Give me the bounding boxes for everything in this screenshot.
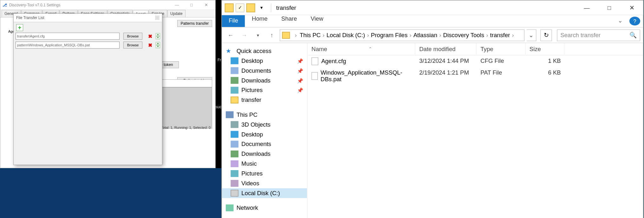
behind-text-suc: suc	[216, 105, 222, 109]
breadcrumb[interactable]: This PC	[300, 32, 321, 39]
nav-item-documents[interactable]: Documents📌	[222, 66, 307, 76]
popup-close-thumb[interactable]	[155, 16, 159, 20]
move-down-icon[interactable]: ▼	[156, 36, 160, 39]
breadcrumb-sep-icon[interactable]: ›	[293, 32, 299, 39]
delete-row-icon[interactable]: ✖	[147, 42, 153, 48]
breadcrumb[interactable]: transfer	[490, 32, 510, 39]
obj-icon	[231, 121, 238, 128]
move-up-icon[interactable]: ▲	[156, 33, 160, 36]
ribbon-tab-view[interactable]: View	[304, 13, 330, 24]
file-date: 2/19/2024 1:21 PM	[415, 68, 477, 84]
breadcrumb-sep-icon[interactable]: ›	[510, 32, 516, 39]
transfer-path-input[interactable]	[16, 42, 120, 49]
breadcrumb[interactable]: Program Files	[371, 32, 407, 39]
nav-item-3d-objects[interactable]: 3D Objects	[222, 120, 307, 129]
file-type: PAT File	[477, 68, 525, 84]
reorder-arrows: ▲▼	[156, 33, 160, 39]
qat-dropdown-icon[interactable]: ▾	[257, 3, 266, 12]
browse-button[interactable]: Browse	[123, 42, 142, 49]
breadcrumb-sep-icon[interactable]: ›	[484, 32, 490, 39]
browse-button[interactable]: Browse	[123, 33, 142, 40]
close-button[interactable]: ✕	[199, 1, 213, 10]
nav-item-local-disk-c-[interactable]: Local Disk (C:)	[222, 188, 307, 198]
file-row[interactable]: Agent.cfg3/12/2024 1:44 PMCFG File1 KB	[308, 56, 643, 67]
nav-item-downloads[interactable]: Downloads📌	[222, 76, 307, 85]
tab-update[interactable]: Update	[167, 10, 185, 17]
file-icon	[311, 72, 318, 80]
breadcrumb[interactable]: Discovery Tools	[443, 32, 484, 39]
nav-item-desktop[interactable]: Desktop	[222, 129, 307, 139]
nav-forward-button[interactable]: →	[238, 29, 250, 41]
add-row-button[interactable]: +	[16, 24, 23, 31]
nav-back-button[interactable]: ←	[225, 29, 237, 41]
file-list[interactable]: Name⌃ Date modified Type Size Agent.cfg3…	[308, 43, 643, 218]
nav-network[interactable]: Network	[222, 203, 307, 213]
refresh-button[interactable]: ↻	[540, 29, 552, 41]
col-size[interactable]: Size	[525, 43, 565, 55]
explorer-close-button[interactable]: ✕	[621, 1, 643, 14]
ribbon-expand-icon[interactable]: ⌄	[614, 15, 627, 27]
move-down-icon[interactable]: ▼	[156, 45, 160, 48]
nav-network-label: Network	[237, 204, 258, 211]
col-name[interactable]: Name⌃	[308, 43, 415, 55]
agent-table-body[interactable]	[161, 87, 212, 129]
agent-status-total: Total: 1, Running: 1, Selected: 0	[161, 126, 211, 129]
help-icon[interactable]: ?	[629, 17, 640, 26]
move-up-icon[interactable]: ▲	[156, 42, 160, 45]
column-headers[interactable]: Name⌃ Date modified Type Size	[308, 43, 643, 56]
nav-item-pictures[interactable]: Pictures📌	[222, 85, 307, 95]
search-box[interactable]: Search transfer 🔍	[557, 29, 640, 41]
breadcrumb-sep-icon[interactable]: ›	[407, 32, 413, 39]
star-icon: ★	[226, 48, 234, 55]
popup-titlebar[interactable]: File Transfer List	[14, 14, 162, 22]
pin-icon: 📌	[297, 58, 303, 63]
breadcrumb-sep-icon[interactable]: ›	[321, 32, 327, 39]
breadcrumb-sep-icon[interactable]: ›	[437, 32, 443, 39]
nav-item-downloads[interactable]: Downloads	[222, 149, 307, 159]
file-name: Agent.cfg	[321, 58, 346, 65]
breadcrumb-sep-icon[interactable]: ›	[365, 32, 371, 39]
address-dropdown-button[interactable]: ⌄	[527, 29, 537, 41]
breadcrumb[interactable]: Local Disk (C:)	[327, 32, 365, 39]
popup-title: File Transfer List	[16, 16, 44, 20]
nav-this-pc[interactable]: This PC	[222, 110, 307, 120]
nav-item-pictures[interactable]: Pictures	[222, 168, 307, 178]
qat-divider	[271, 3, 271, 12]
nav-pane[interactable]: ★Quick accessDesktop📌Documents📌Downloads…	[222, 43, 308, 218]
explorer-title: transfer	[273, 4, 296, 11]
col-type[interactable]: Type	[477, 43, 525, 55]
minimize-button[interactable]: —	[170, 1, 184, 10]
desk-icon	[231, 131, 238, 138]
address-bar[interactable]: › This PC›Local Disk (C:)›Program Files›…	[280, 29, 525, 41]
nav-item-transfer[interactable]: transfer	[222, 95, 307, 105]
pin-icon: 📌	[297, 88, 303, 93]
qat-checkbox-icon[interactable]: ✓	[236, 3, 244, 12]
desk-icon	[231, 57, 238, 64]
file-icon	[311, 57, 318, 65]
nav-item-videos[interactable]: Videos	[222, 178, 307, 188]
maximize-button[interactable]: □	[184, 1, 199, 10]
nav-item-music[interactable]: Music	[222, 159, 307, 169]
nav-item-documents[interactable]: Documents	[222, 139, 307, 149]
settings-titlebar[interactable]: ⎇ Discovery-Tool v7.0.1 Settings — □ ✕	[0, 0, 215, 10]
explorer-maximize-button[interactable]: □	[598, 1, 621, 14]
file-row[interactable]: Windows_Application_MSSQL-DBs.pat2/19/20…	[308, 67, 643, 85]
qat-folder2-icon[interactable]	[246, 3, 255, 12]
nav-quick-access[interactable]: ★Quick access	[222, 46, 307, 56]
vid-icon	[231, 180, 238, 187]
nav-history-dropdown[interactable]: ▾	[252, 29, 264, 41]
transfer-path-input[interactable]	[16, 33, 120, 40]
nav-item-desktop[interactable]: Desktop📌	[222, 56, 307, 66]
file-size: 6 KB	[525, 68, 565, 84]
qat-folder-icon[interactable]	[225, 3, 234, 12]
patterns-transfer-button[interactable]: Patterns transfer	[177, 20, 212, 27]
down-icon	[231, 77, 238, 84]
nav-up-button[interactable]: ↑	[266, 29, 278, 41]
delete-row-icon[interactable]: ✖	[147, 33, 153, 39]
ribbon-tab-home[interactable]: Home	[245, 13, 275, 24]
breadcrumb[interactable]: Atlassian	[413, 32, 437, 39]
explorer-minimize-button[interactable]: —	[576, 1, 598, 14]
ribbon-tab-share[interactable]: Share	[274, 13, 304, 24]
ribbon-tab-file[interactable]: File	[222, 15, 245, 27]
col-date[interactable]: Date modified	[415, 43, 477, 55]
